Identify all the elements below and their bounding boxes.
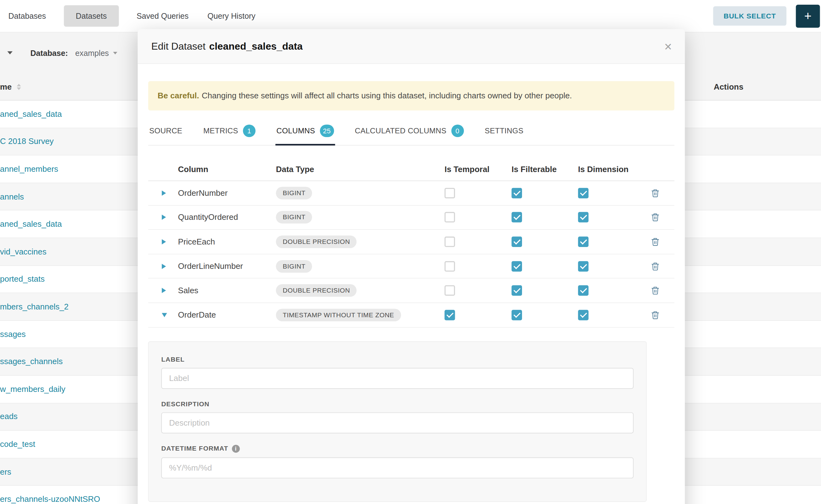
columns-table-body: OrderNumberBIGINTQuantityOrderedBIGINTPr… xyxy=(148,181,674,328)
trash-icon xyxy=(651,237,660,246)
description-input[interactable] xyxy=(161,412,634,433)
is-temporal-checkbox[interactable] xyxy=(445,237,455,247)
column-row: OrderLineNumberBIGINT xyxy=(148,254,674,279)
dataset-link[interactable]: annels xyxy=(0,192,24,201)
info-icon[interactable]: i xyxy=(232,445,240,452)
is-filterable-checkbox[interactable] xyxy=(512,188,522,198)
label-input[interactable] xyxy=(161,368,634,388)
column-name: OrderNumber xyxy=(178,188,276,198)
edit-dataset-modal: Edit Dataset cleaned_sales_data ✕ Be car… xyxy=(138,29,685,504)
modal-tabs: SOURCEMETRICS1COLUMNS25CALCULATED COLUMN… xyxy=(148,121,674,146)
is-temporal-checkbox[interactable] xyxy=(445,285,455,296)
expand-caret-icon[interactable] xyxy=(162,215,166,220)
data-type-header: Data Type xyxy=(276,165,445,174)
tab-source[interactable]: SOURCE xyxy=(148,121,183,146)
delete-column-button[interactable] xyxy=(651,261,660,271)
is-filterable-checkbox[interactable] xyxy=(512,237,522,247)
is-dimension-checkbox[interactable] xyxy=(578,188,589,198)
expand-caret-icon[interactable] xyxy=(162,313,167,317)
data-type-pill: BIGINT xyxy=(276,260,312,272)
is-filterable-checkbox[interactable] xyxy=(512,310,522,320)
viewport: DatabasesDatasetsSaved QueriesQuery Hist… xyxy=(0,0,821,504)
data-type-pill: DOUBLE PRECISION xyxy=(276,284,357,297)
tab-settings[interactable]: SETTINGS xyxy=(484,121,525,146)
is-dimension-checkbox[interactable] xyxy=(578,237,589,247)
is-temporal-checkbox[interactable] xyxy=(445,188,455,198)
tab-label: METRICS xyxy=(203,127,238,135)
sort-icon[interactable] xyxy=(17,83,21,90)
is-filterable-header: Is Filterable xyxy=(512,165,578,174)
bulk-select-button[interactable]: BULK SELECT xyxy=(713,6,787,26)
dataset-link[interactable]: w_members_daily xyxy=(0,384,65,394)
is-temporal-header: Is Temporal xyxy=(445,165,512,174)
delete-column-button[interactable] xyxy=(651,213,660,222)
add-dataset-button[interactable]: + xyxy=(796,4,820,27)
is-temporal-checkbox[interactable] xyxy=(445,261,455,272)
is-temporal-checkbox[interactable] xyxy=(445,310,455,320)
dataset-link[interactable]: ers xyxy=(0,467,11,477)
trash-icon xyxy=(651,261,660,271)
dataset-link[interactable]: ssages xyxy=(0,329,26,339)
dropdown-caret-icon[interactable] xyxy=(7,51,12,54)
is-dimension-checkbox[interactable] xyxy=(578,285,589,296)
database-filter-value[interactable]: examples xyxy=(75,48,109,57)
dataset-link[interactable]: code_test xyxy=(0,440,35,449)
tab-metrics[interactable]: METRICS1 xyxy=(202,121,256,146)
expand-caret-icon[interactable] xyxy=(162,264,166,269)
datetime-format-input[interactable] xyxy=(161,457,634,478)
is-dimension-checkbox[interactable] xyxy=(578,212,589,223)
is-temporal-checkbox[interactable] xyxy=(445,212,455,223)
is-filterable-checkbox[interactable] xyxy=(512,261,522,272)
trash-icon xyxy=(651,213,660,222)
delete-column-button[interactable] xyxy=(651,310,660,319)
expand-caret-icon[interactable] xyxy=(162,190,166,196)
dataset-link[interactable]: eads xyxy=(0,412,17,422)
nav-actions: BULK SELECT + xyxy=(713,4,814,27)
columns-table-header: Column Data Type Is Temporal Is Filterab… xyxy=(148,158,674,181)
dataset-link[interactable]: ssages_channels xyxy=(0,357,63,366)
dataset-link[interactable]: mbers_channels_2 xyxy=(0,302,69,311)
description-field: DESCRIPTION xyxy=(161,400,634,433)
nav-item-databases[interactable]: Databases xyxy=(7,5,47,27)
nav-item-datasets[interactable]: Datasets xyxy=(64,5,119,27)
delete-column-button[interactable] xyxy=(651,188,660,198)
name-column-header[interactable]: me xyxy=(0,82,12,91)
trash-icon xyxy=(651,286,660,295)
dataset-link[interactable]: ers_channels-uzooNNtSRO xyxy=(0,495,100,504)
dataset-link[interactable]: ported_stats xyxy=(0,274,45,284)
column-row: PriceEachDOUBLE PRECISION xyxy=(148,230,674,254)
expand-caret-icon[interactable] xyxy=(162,239,166,245)
column-row: QuantityOrderedBIGINT xyxy=(148,205,674,230)
warning-text: Changing these settings will affect all … xyxy=(202,91,572,100)
is-dimension-checkbox[interactable] xyxy=(578,310,589,320)
close-icon[interactable]: ✕ xyxy=(664,41,672,53)
dataset-link[interactable]: vid_vaccines xyxy=(0,247,47,256)
expand-caret-icon[interactable] xyxy=(162,288,166,293)
tab-calculated-columns[interactable]: CALCULATED COLUMNS0 xyxy=(353,121,465,146)
dataset-link[interactable]: C 2018 Survey xyxy=(0,137,54,146)
nav-item-saved-queries[interactable]: Saved Queries xyxy=(136,5,190,27)
trash-icon xyxy=(651,188,660,198)
sort-down-icon xyxy=(17,87,21,90)
tab-columns[interactable]: COLUMNS25 xyxy=(275,121,335,146)
tab-label: SETTINGS xyxy=(485,127,523,135)
delete-column-button[interactable] xyxy=(651,237,660,246)
is-filterable-checkbox[interactable] xyxy=(512,285,522,296)
datetime-format-field: DATETIME FORMAT i xyxy=(161,445,634,478)
dataset-link[interactable]: aned_sales_data xyxy=(0,109,62,119)
is-dimension-checkbox[interactable] xyxy=(578,261,589,272)
warning-bold-text: Be careful. xyxy=(157,91,199,100)
modal-title-dataset-name: cleaned_sales_data xyxy=(209,41,303,52)
delete-column-button[interactable] xyxy=(651,286,660,295)
dataset-link[interactable]: annel_members xyxy=(0,164,58,174)
database-caret-icon[interactable] xyxy=(113,52,117,54)
top-nav: DatabasesDatasetsSaved QueriesQuery Hist… xyxy=(0,0,821,32)
column-name: QuantityOrdered xyxy=(178,213,276,222)
data-type-pill: BIGINT xyxy=(276,211,312,224)
tab-label: CALCULATED COLUMNS xyxy=(355,127,447,135)
is-filterable-checkbox[interactable] xyxy=(512,212,522,223)
dataset-link[interactable]: aned_sales_data xyxy=(0,220,62,229)
modal-body: Be careful.Changing these settings will … xyxy=(138,81,685,504)
nav-item-query-history[interactable]: Query History xyxy=(206,5,256,27)
is-dimension-header: Is Dimension xyxy=(578,165,651,174)
